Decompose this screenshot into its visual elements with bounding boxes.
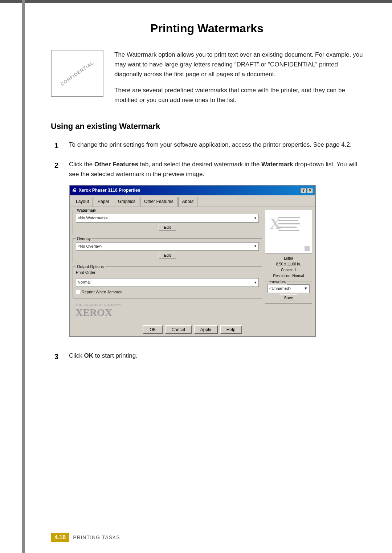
preview-resolution-label: Resolution: Normal: [265, 273, 312, 279]
output-options-group: Output Options Print Order Normal ▼: [73, 266, 262, 298]
watermark-dropdown-row: <No Watermark> ▼: [76, 214, 259, 223]
favorites-box: Favorites <Unnamed> ▼ Save: [265, 281, 312, 304]
confidential-box: CONFIDENTIAL: [51, 50, 103, 97]
dialog-body: Watermark <No Watermark> ▼ Edit: [70, 207, 315, 323]
overlay-edit-button[interactable]: Edit: [159, 252, 176, 259]
steps-container: 1 To change the print settings from your…: [54, 140, 363, 362]
step-1-number: 1: [54, 140, 62, 151]
step-2-text-mid: tab, and select the desired watermark in…: [138, 161, 261, 168]
favorites-save-button[interactable]: Save: [280, 294, 297, 301]
tab-about[interactable]: About: [178, 197, 197, 207]
intro-section: CONFIDENTIAL The Watermark option allows…: [51, 50, 363, 111]
dialog-controls: ? ✕: [301, 188, 313, 193]
step-3-number: 3: [54, 351, 62, 362]
overlay-group-label: Overlay: [76, 236, 92, 242]
content: Printing Watermarks CONFIDENTIAL The Wat…: [51, 22, 363, 362]
dialog-cancel-button[interactable]: Cancel: [165, 325, 191, 334]
dialog-titlebar-left: 🖨 Xerox Phaser 3116 Properties: [72, 187, 140, 194]
dialog-tabs: Layout Paper Graphics Other Features Abo…: [70, 195, 315, 207]
dialog-ok-button[interactable]: OK: [143, 325, 163, 334]
overlay-dropdown-row: <No Overlay> ▼: [76, 242, 259, 251]
watermark-dropdown-arrow: ▼: [254, 216, 257, 221]
favorites-dropdown-arrow: ▼: [304, 285, 308, 292]
step-3-text-after: to start printing.: [93, 352, 138, 359]
dialog-titlebar: 🖨 Xerox Phaser 3116 Properties ? ✕: [70, 186, 315, 195]
watermark-group-label: Watermark: [76, 207, 97, 214]
dialog: 🖨 Xerox Phaser 3116 Properties ? ✕ Layou…: [69, 185, 316, 337]
dialog-close-button[interactable]: ✕: [307, 188, 313, 193]
printer-icon: 🖨: [72, 187, 77, 194]
preview-panel: X: [265, 210, 312, 253]
print-order-dropdown-row: Normal ▼: [76, 278, 259, 287]
step-1-content: To change the print settings from your s…: [69, 140, 363, 151]
watermark-group: Watermark <No Watermark> ▼ Edit: [73, 210, 262, 235]
step-2-number: 2: [54, 159, 62, 343]
dialog-right-panel: X: [265, 210, 312, 320]
preview-size-label: 8.50 x 11.00 in.: [265, 261, 312, 267]
tab-layout[interactable]: Layout: [72, 197, 93, 207]
page: Printing Watermarks CONFIDENTIAL The Wat…: [0, 0, 392, 553]
page-title: Printing Watermarks: [51, 22, 363, 35]
top-border: [0, 0, 392, 3]
overlay-dropdown-value: <No Overlay>: [78, 243, 102, 250]
favorites-dropdown-value: <Unnamed>: [269, 285, 291, 292]
watermark-dropdown[interactable]: <No Watermark> ▼: [76, 214, 259, 223]
step-3-text-before: Click: [69, 352, 84, 359]
step-2: 2 Click the Other Features tab, and sele…: [54, 159, 363, 343]
confidential-label: CONFIDENTIAL: [60, 60, 95, 87]
preview-line-5: [278, 230, 299, 231]
reprint-label: Reprint When Jammed: [82, 289, 123, 296]
print-order-arrow: ▼: [254, 280, 257, 285]
step-2-text-before: Click the: [69, 161, 94, 168]
reprint-row: Reprint When Jammed: [76, 289, 259, 296]
xerox-footer: The Document Company XEROX: [73, 301, 262, 320]
output-options-label: Output Options: [76, 264, 105, 270]
xerox-logo: XEROX: [75, 308, 259, 318]
preview-line-3: [278, 223, 300, 224]
watermark-dropdown-value: <No Watermark>: [78, 215, 108, 221]
overlay-dropdown[interactable]: <No Overlay> ▼: [76, 242, 259, 251]
preview-line-4: [278, 227, 297, 228]
favorites-label: Favorites: [268, 278, 287, 285]
preview-line-1: [278, 217, 300, 218]
dialog-title: Xerox Phaser 3116 Properties: [79, 187, 140, 194]
intro-paragraph-1: The Watermark option allows you to print…: [114, 50, 363, 80]
dialog-help-btn[interactable]: Help: [220, 325, 242, 334]
page-footer: 4.16 Printing Tasks: [0, 533, 392, 542]
footer-text: Printing Tasks: [73, 534, 120, 540]
reprint-checkbox[interactable]: [76, 290, 80, 294]
dialog-left-panel: Watermark <No Watermark> ▼ Edit: [73, 210, 262, 320]
preview-info: Letter 8.50 x 11.00 in. Copies: 1 Resolu…: [265, 256, 312, 279]
step-3: 3 Click OK to start printing.: [54, 351, 363, 362]
footer-badge: 4.16: [51, 533, 69, 542]
dialog-apply-button[interactable]: Apply: [194, 325, 218, 334]
preview-letter-label: Letter: [265, 256, 312, 261]
tab-paper[interactable]: Paper: [94, 197, 113, 207]
left-bar: [22, 0, 25, 553]
overlay-dropdown-arrow: ▼: [254, 244, 257, 249]
preview-corner: [305, 246, 310, 251]
step-2-bold1: Other Features: [94, 161, 138, 168]
intro-text: The Watermark option allows you to print…: [114, 50, 363, 111]
print-order-dropdown[interactable]: Normal ▼: [76, 278, 259, 287]
step-1: 1 To change the print settings from your…: [54, 140, 363, 151]
watermark-edit-button[interactable]: Edit: [159, 224, 176, 231]
print-order-label: Print Order: [76, 269, 259, 276]
favorites-dropdown[interactable]: <Unnamed> ▼: [268, 284, 310, 293]
dialog-bottom-bar: OK Cancel Apply Help: [70, 323, 315, 336]
tab-other-features[interactable]: Other Features: [140, 197, 177, 207]
intro-paragraph-2: There are several predefined watermarks …: [114, 85, 363, 105]
preview-line-2: [278, 220, 298, 221]
step-3-bold: OK: [84, 352, 94, 359]
step-2-content: Click the Other Features tab, and select…: [69, 159, 363, 343]
step-2-bold2: Watermark: [261, 161, 293, 168]
step-1-text: To change the print settings from your s…: [69, 141, 352, 148]
overlay-group: Overlay <No Overlay> ▼ Edit: [73, 238, 262, 264]
dialog-help-button[interactable]: ?: [301, 188, 306, 193]
preview-copies-label: Copies: 1: [265, 267, 312, 273]
dialog-wrapper: 🖨 Xerox Phaser 3116 Properties ? ✕ Layou…: [69, 185, 363, 337]
print-order-value: Normal: [78, 279, 90, 286]
step-3-content: Click OK to start printing.: [69, 351, 363, 362]
tab-graphics[interactable]: Graphics: [114, 197, 139, 207]
section-heading: Using an existing Watermark: [51, 122, 363, 131]
